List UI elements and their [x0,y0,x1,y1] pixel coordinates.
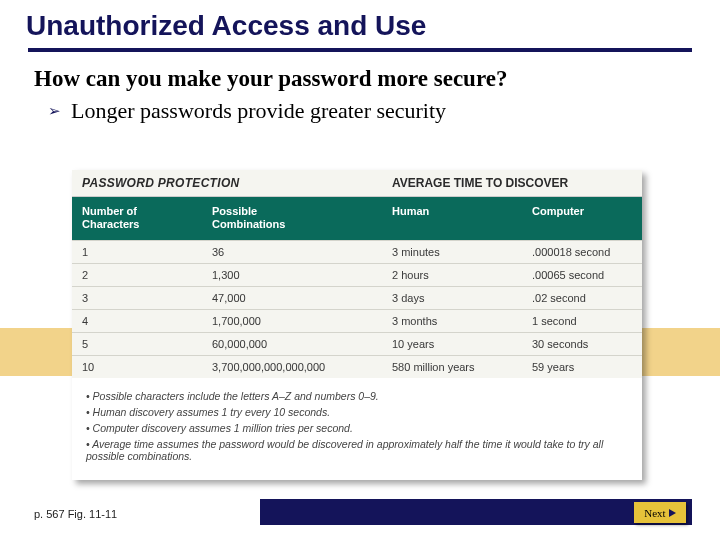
note-line: • Average time assumes the password woul… [86,438,628,462]
table-cell: 36 [202,241,382,263]
figure-subheader: Number ofCharacters PossibleCombinations… [72,197,642,240]
table-row: 21,3002 hours.00065 second [72,263,642,286]
table-cell: 5 [72,333,202,355]
table-cell: .00065 second [522,264,642,286]
figure-notes: • Possible characters include the letter… [72,378,642,480]
password-figure: PASSWORD PROTECTION AVERAGE TIME TO DISC… [72,170,642,480]
page-reference: p. 567 Fig. 11-11 [34,508,117,520]
table-cell: .02 second [522,287,642,309]
table-cell: 10 years [382,333,522,355]
table-cell: 2 [72,264,202,286]
table-cell: 580 million years [382,356,522,378]
slide: Unauthorized Access and Use How can you … [0,0,720,540]
table-row: 41,700,0003 months1 second [72,309,642,332]
table-row: 103,700,000,000,000,000580 million years… [72,355,642,378]
table-cell: 1,700,000 [202,310,382,332]
page-title: Unauthorized Access and Use [0,0,720,48]
table-cell: 60,000,000 [202,333,382,355]
next-button[interactable]: Next [634,502,686,523]
table-row: 1363 minutes.000018 second [72,240,642,263]
table-cell: 3 months [382,310,522,332]
note-line: • Computer discovery assumes 1 million t… [86,422,628,434]
table-cell: 1,300 [202,264,382,286]
figure-rows: 1363 minutes.000018 second21,3002 hours.… [72,240,642,378]
question-heading: How can you make your password more secu… [0,62,720,98]
table-cell: 3,700,000,000,000,000 [202,356,382,378]
col-computer: Computer [522,197,642,240]
col-human: Human [382,197,522,240]
table-cell: .000018 second [522,241,642,263]
col-combos: PossibleCombinations [202,197,382,240]
table-row: 560,000,00010 years30 seconds [72,332,642,355]
arrow-right-icon [669,509,676,517]
table-row: 347,0003 days.02 second [72,286,642,309]
table-cell: 4 [72,310,202,332]
table-cell: 10 [72,356,202,378]
note-line: • Human discovery assumes 1 try every 10… [86,406,628,418]
bullet-text: Longer passwords provide greater securit… [71,98,446,124]
table-cell: 1 second [522,310,642,332]
bullet-item: ➢ Longer passwords provide greater secur… [0,98,720,124]
table-cell: 3 days [382,287,522,309]
table-cell: 1 [72,241,202,263]
col-num-chars: Number ofCharacters [72,197,202,240]
table-cell: 30 seconds [522,333,642,355]
next-label: Next [644,507,665,519]
chevron-right-icon: ➢ [48,98,61,124]
figure-header-left: PASSWORD PROTECTION [72,170,382,196]
figure-header-row: PASSWORD PROTECTION AVERAGE TIME TO DISC… [72,170,642,197]
table-cell: 3 [72,287,202,309]
title-rule [28,48,692,52]
table-cell: 59 years [522,356,642,378]
table-cell: 2 hours [382,264,522,286]
table-cell: 47,000 [202,287,382,309]
note-line: • Possible characters include the letter… [86,390,628,402]
footer-band [260,499,692,525]
figure-wrap: PASSWORD PROTECTION AVERAGE TIME TO DISC… [72,170,642,480]
figure-header-right: AVERAGE TIME TO DISCOVER [382,170,642,196]
table-cell: 3 minutes [382,241,522,263]
footer: p. 567 Fig. 11-11 Next [0,498,720,528]
